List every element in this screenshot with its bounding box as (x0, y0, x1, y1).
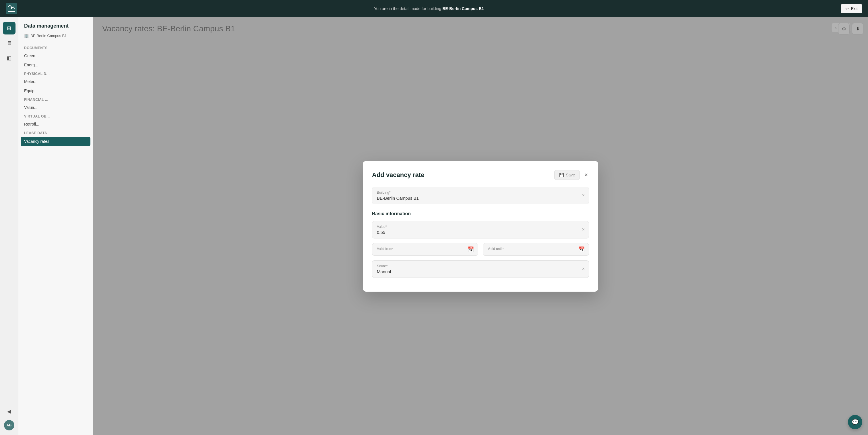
left-panel-building: 🏢 BE-Berlin Campus B1 (19, 34, 93, 44)
valid-from-label: Valid from* (377, 247, 473, 251)
valid-from-calendar-button[interactable]: 📅 (468, 246, 474, 253)
date-row: Valid from* 📅 Valid until* 📅 (372, 243, 589, 256)
sidebar-item-green[interactable]: Green... (19, 51, 93, 60)
value-field-clear-button[interactable]: × (582, 227, 585, 232)
sidebar-item-valuation[interactable]: Valua... (19, 103, 93, 112)
sidebar-item-meter[interactable]: Meter... (19, 77, 93, 86)
building-field: Building* BE-Berlin Campus B1 × (372, 187, 589, 204)
building-name-highlight: BE-Berlin Campus B1 (442, 6, 484, 11)
value-field-value: 0.55 (377, 230, 584, 235)
modal-title: Add vacancy rate (372, 171, 424, 179)
section-lease: Lease data (19, 129, 93, 136)
chat-icon: 💬 (851, 418, 859, 426)
exit-icon: ↩ (845, 6, 849, 11)
modal-header: Add vacancy rate 💾 Save × (372, 170, 589, 180)
add-vacancy-rate-modal: Add vacancy rate 💾 Save × Building* BE-B… (363, 161, 598, 292)
value-field: Value* 0.55 × (372, 221, 589, 238)
valid-from-field[interactable]: Valid from* 📅 (372, 243, 478, 256)
chat-button[interactable]: 💬 (848, 415, 862, 429)
modal-overlay: Add vacancy rate 💾 Save × Building* BE-B… (93, 17, 868, 435)
basic-info-section-title: Basic information (372, 211, 589, 216)
building-mode-info: You are in the detail mode for building … (374, 6, 484, 11)
app-logo (6, 3, 17, 14)
sidebar-icon-grid[interactable]: ⊞ (3, 22, 16, 34)
section-documents: Documents (19, 44, 93, 51)
exit-button[interactable]: ↩ Exit (841, 4, 862, 13)
section-financial: Financial ... (19, 95, 93, 103)
building-field-label: Building* (377, 191, 584, 195)
user-avatar[interactable]: AB (4, 420, 14, 430)
section-virtual: Virtual ob... (19, 112, 93, 119)
main-layout: ⊞ 🖥 ◧ ◀ AB Data management 🏢 BE-Berlin C… (0, 0, 868, 435)
left-panel-title: Data management (19, 23, 93, 34)
building-name: BE-Berlin Campus B1 (30, 34, 67, 38)
main-content: Vacancy rates: BE-Berlin Campus B1 ‹ › ⚙… (93, 17, 868, 435)
top-navigation: You are in the detail mode for building … (0, 0, 868, 17)
logo (6, 3, 17, 14)
icon-sidebar: ⊞ 🖥 ◧ ◀ AB (0, 17, 19, 435)
valid-until-calendar-button[interactable]: 📅 (578, 246, 585, 253)
source-field-clear-button[interactable]: × (582, 266, 585, 271)
modal-actions: 💾 Save × (554, 170, 589, 180)
building-field-value: BE-Berlin Campus B1 (377, 196, 584, 201)
sidebar-item-vacancy-rates[interactable]: Vacancy rates (21, 137, 90, 146)
close-modal-button[interactable]: × (583, 170, 589, 179)
section-physical: Physical d... (19, 69, 93, 77)
save-icon: 💾 (559, 173, 564, 177)
sidebar-item-energy[interactable]: Energ... (19, 60, 93, 69)
sidebar-bottom: ◀ AB (3, 405, 16, 430)
source-field: Source Manual × (372, 260, 589, 278)
sidebar-icon-monitor[interactable]: 🖥 (3, 37, 16, 50)
building-icon: 🏢 (24, 34, 29, 38)
collapse-sidebar-button[interactable]: ◀ (3, 405, 16, 418)
valid-until-label: Valid until* (488, 247, 584, 251)
left-panel: Data management 🏢 BE-Berlin Campus B1 Do… (19, 17, 93, 435)
sidebar-item-equip[interactable]: Equip... (19, 86, 93, 95)
source-field-label: Source (377, 264, 584, 268)
sidebar-icon-layout[interactable]: ◧ (3, 52, 16, 64)
valid-until-field[interactable]: Valid until* 📅 (483, 243, 589, 256)
value-field-label: Value* (377, 225, 584, 229)
save-button[interactable]: 💾 Save (554, 170, 580, 180)
building-field-clear-button[interactable]: × (582, 193, 585, 198)
sidebar-item-retrofit[interactable]: Retrofi... (19, 119, 93, 129)
source-field-value: Manual (377, 269, 584, 274)
